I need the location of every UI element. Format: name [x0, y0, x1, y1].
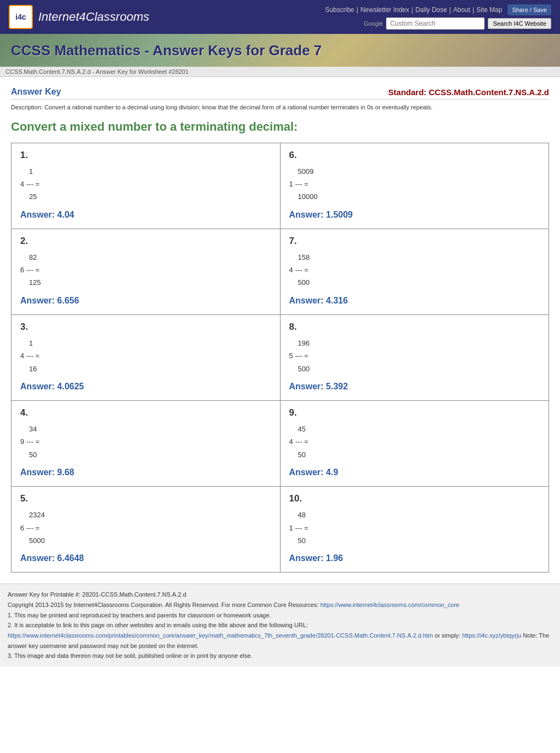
answer-key-label: Answer Key	[11, 87, 61, 97]
banner: CCSS Mathematics - Answer Keys for Grade…	[0, 34, 560, 67]
breadcrumb: CCSS.Math.Content.7.NS.A.2.d - Answer Ke…	[0, 67, 560, 77]
problem-row-5: 5. 2324 6 --- = 5000 Answer: 6.4648 10. …	[11, 487, 549, 572]
answer-1: Answer: 4.04	[20, 210, 271, 220]
site-name: Internet4Classrooms	[38, 10, 149, 24]
problem-number-2: 2.	[20, 236, 271, 247]
search-button[interactable]: Search I4C Website	[488, 18, 551, 29]
fraction-10: 48 1 --- = 50	[289, 509, 540, 547]
problem-cell-8: 8. 196 5 --- = 500 Answer: 5.392	[281, 315, 549, 400]
header-right: Subscribe | Newsletter Index | Daily Dos…	[325, 4, 551, 30]
footer-line3: 1. This may be printed and reproduced by…	[8, 610, 552, 621]
problem-number-4: 4.	[20, 407, 271, 418]
problem-number-9: 9.	[289, 407, 540, 418]
fraction-4: 34 9 --- = 50	[20, 423, 271, 461]
share-save-button[interactable]: Share / Save	[508, 4, 551, 15]
fraction-8: 196 5 --- = 500	[289, 337, 540, 375]
fraction-5: 2324 6 --- = 5000	[20, 509, 271, 547]
nav-newsletter[interactable]: Newsletter Index	[360, 6, 409, 14]
problem-number-3: 3.	[20, 322, 271, 332]
description: Description: Convert a rational number t…	[11, 103, 549, 112]
problem-cell-2: 2. 82 6 --- = 125 Answer: 6.656	[11, 229, 281, 314]
problem-cell-5: 5. 2324 6 --- = 5000 Answer: 6.4648	[11, 487, 281, 572]
logo-area: i4c Internet4Classrooms	[9, 5, 149, 29]
problem-cell-4: 4. 34 9 --- = 50 Answer: 9.68	[11, 401, 281, 486]
answer-6: Answer: 1.5009	[289, 210, 540, 220]
problem-number-7: 7.	[289, 236, 540, 247]
fraction-3: 1 4 --- = 16	[20, 337, 271, 375]
page-title: CCSS Mathematics - Answer Keys for Grade…	[11, 42, 322, 59]
main-content: Answer Key Standard: CCSS.Math.Content.7…	[0, 77, 560, 583]
problem-number-8: 8.	[289, 322, 540, 332]
problem-row-1: 1. 1 4 --- = 25 Answer: 4.04 6. 5009 1	[11, 143, 549, 229]
nav-sitemap[interactable]: Site Map	[476, 6, 502, 14]
google-label: Google	[364, 20, 383, 27]
footer-line4: 2. It is acceptable to link to this page…	[8, 620, 552, 631]
problem-cell-9: 9. 45 4 --- = 50 Answer: 4.9	[281, 401, 549, 486]
fraction-7: 158 4 --- = 500	[289, 251, 540, 289]
search-input[interactable]	[386, 17, 485, 30]
problem-number-5: 5.	[20, 493, 271, 504]
problem-row-4: 4. 34 9 --- = 50 Answer: 9.68 9. 45 4	[11, 401, 549, 487]
problem-cell-10: 10. 48 1 --- = 50 Answer: 1.96	[281, 487, 549, 572]
problem-number-10: 10.	[289, 493, 540, 504]
fraction-2: 82 6 --- = 125	[20, 251, 271, 289]
search-area: Google Search I4C Website	[364, 17, 551, 30]
problem-cell-7: 7. 158 4 --- = 500 Answer: 4.316	[281, 229, 549, 314]
problem-cell-6: 6. 5009 1 --- = 10000 Answer: 1.5009	[281, 143, 549, 229]
nav-subscribe[interactable]: Subscribe	[325, 6, 354, 14]
section-title: Convert a mixed number to a terminating …	[11, 120, 549, 134]
answer-8: Answer: 5.392	[289, 382, 540, 392]
answer-key-header: Answer Key Standard: CCSS.Math.Content.7…	[11, 83, 549, 100]
footer-common-core-link[interactable]: https://www.internet4classrooms.com/comm…	[320, 602, 459, 608]
footer-line2: Copyright 2013-2015 by Internet4Classroo…	[8, 600, 552, 610]
problem-row-3: 3. 1 4 --- = 16 Answer: 4.0625 8. 196 5	[11, 315, 549, 401]
site-header: i4c Internet4Classrooms Subscribe | News…	[0, 0, 560, 34]
footer-url1[interactable]: https://www.internet4classrooms.com/prin…	[8, 632, 433, 639]
answer-5: Answer: 6.4648	[20, 553, 271, 563]
answer-10: Answer: 1.96	[289, 553, 540, 563]
problem-row-2: 2. 82 6 --- = 125 Answer: 6.656 7. 158 4	[11, 229, 549, 315]
footer-line1: Answer Key for Printable #: 28201-CCSS.M…	[8, 589, 552, 600]
nav-about[interactable]: About	[453, 6, 470, 14]
fraction-1: 1 4 --- = 25	[20, 165, 271, 203]
footer-url1-short[interactable]: https://i4c.xyz/ybtqyrju	[462, 632, 521, 639]
problems-grid: 1. 1 4 --- = 25 Answer: 4.04 6. 5009 1	[11, 143, 549, 573]
problem-cell-1: 1. 1 4 --- = 25 Answer: 4.04	[11, 143, 281, 229]
fraction-9: 45 4 --- = 50	[289, 423, 540, 461]
answer-2: Answer: 6.656	[20, 296, 271, 306]
answer-7: Answer: 4.316	[289, 296, 540, 306]
problem-number-1: 1.	[20, 150, 271, 161]
footer-url: https://www.internet4classrooms.com/prin…	[8, 631, 552, 651]
answer-3: Answer: 4.0625	[20, 382, 271, 392]
nav-links: Subscribe | Newsletter Index | Daily Dos…	[325, 6, 502, 14]
answer-9: Answer: 4.9	[289, 468, 540, 477]
footer-line5: 3. This image and data thereon may not b…	[8, 651, 552, 661]
footer: Answer Key for Printable #: 28201-CCSS.M…	[0, 583, 560, 667]
problem-cell-3: 3. 1 4 --- = 16 Answer: 4.0625	[11, 315, 281, 400]
problem-number-6: 6.	[289, 150, 540, 161]
standard-label: Standard: CCSS.Math.Content.7.NS.A.2.d	[388, 87, 549, 97]
logo-icon: i4c	[9, 5, 33, 29]
fraction-6: 5009 1 --- = 10000	[289, 165, 540, 203]
answer-4: Answer: 9.68	[20, 468, 271, 477]
nav-daily-dose[interactable]: Daily Dose	[415, 6, 447, 14]
